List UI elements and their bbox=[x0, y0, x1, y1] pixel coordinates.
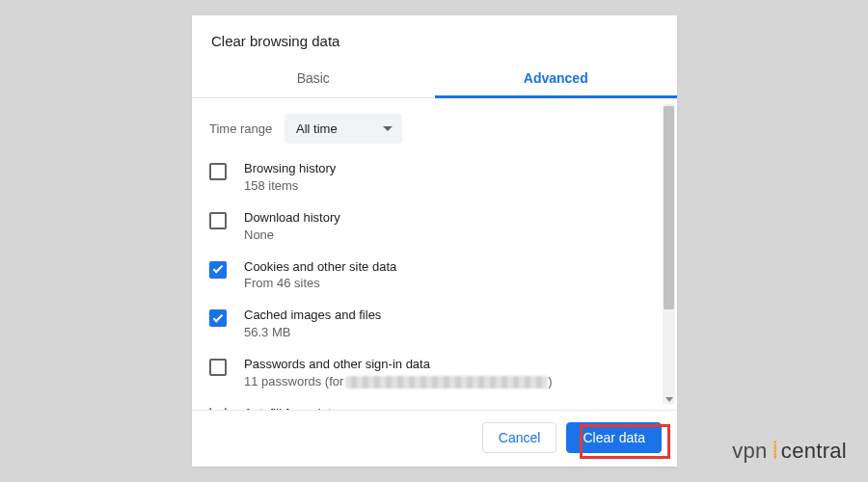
watermark-central: central bbox=[781, 439, 847, 464]
checkmark-icon bbox=[213, 263, 224, 274]
dialog-buttons: Cancel Clear data bbox=[192, 411, 677, 467]
checkmark-icon bbox=[213, 312, 224, 323]
option-title: Download history bbox=[244, 210, 340, 227]
option-cookies[interactable]: Cookies and other site data From 46 site… bbox=[209, 259, 654, 293]
tabs: Basic Advanced bbox=[192, 61, 677, 98]
option-autofill[interactable]: Autofill form data bbox=[209, 406, 654, 411]
option-download-history[interactable]: Download history None bbox=[209, 210, 654, 244]
options-scroll-area: Time range All time Browsing history 158… bbox=[192, 98, 677, 411]
option-subtitle: 56.3 MB bbox=[244, 325, 381, 341]
option-subtitle: 11 passwords (for ) bbox=[244, 374, 553, 390]
redacted-text bbox=[345, 376, 548, 388]
clear-data-button[interactable]: Clear data bbox=[566, 422, 662, 453]
option-cached-images[interactable]: Cached images and files 56.3 MB bbox=[209, 308, 654, 341]
watermark-logo: vpn ⸽ central bbox=[732, 438, 847, 465]
tab-advanced[interactable]: Advanced bbox=[435, 61, 678, 98]
checkbox-cookies[interactable] bbox=[209, 261, 227, 279]
time-range-select[interactable]: All time bbox=[285, 114, 402, 144]
option-title: Passwords and other sign-in data bbox=[244, 357, 553, 373]
passwords-sub-suffix: ) bbox=[548, 374, 552, 390]
cancel-button[interactable]: Cancel bbox=[482, 422, 557, 453]
option-text: Download history None bbox=[244, 210, 340, 244]
options-list: Time range All time Browsing history 158… bbox=[192, 98, 662, 411]
option-title: Browsing history bbox=[244, 161, 336, 177]
clear-browsing-data-dialog: Clear browsing data Basic Advanced Time … bbox=[192, 15, 677, 467]
watermark-divider-icon: ⸽ bbox=[768, 437, 781, 464]
dialog-title: Clear browsing data bbox=[192, 15, 677, 61]
time-range-value: All time bbox=[296, 121, 338, 136]
scrollbar-thumb[interactable] bbox=[664, 106, 674, 309]
option-text: Passwords and other sign-in data 11 pass… bbox=[244, 357, 553, 390]
checkbox-cached-images[interactable] bbox=[209, 309, 227, 327]
checkbox-passwords[interactable] bbox=[209, 359, 227, 376]
scrollbar-down-icon[interactable] bbox=[665, 397, 673, 402]
chevron-down-icon bbox=[383, 126, 393, 131]
checkbox-download-history[interactable] bbox=[209, 212, 227, 229]
option-text: Cookies and other site data From 46 site… bbox=[244, 259, 396, 293]
option-subtitle: None bbox=[244, 228, 340, 244]
option-title: Autofill form data bbox=[244, 406, 339, 411]
option-browsing-history[interactable]: Browsing history 158 items bbox=[209, 161, 654, 195]
tab-basic[interactable]: Basic bbox=[192, 61, 435, 98]
passwords-sub-prefix: 11 passwords (for bbox=[244, 374, 343, 390]
time-range-label: Time range bbox=[209, 121, 285, 136]
option-text: Cached images and files 56.3 MB bbox=[244, 308, 381, 341]
watermark-vpn: vpn bbox=[732, 439, 767, 464]
option-subtitle: 158 items bbox=[244, 178, 336, 195]
option-text: Browsing history 158 items bbox=[244, 161, 336, 195]
option-subtitle: From 46 sites bbox=[244, 276, 396, 292]
checkbox-autofill[interactable] bbox=[209, 408, 227, 411]
option-passwords[interactable]: Passwords and other sign-in data 11 pass… bbox=[209, 357, 654, 390]
checkbox-browsing-history[interactable] bbox=[209, 163, 227, 180]
time-range-row: Time range All time bbox=[209, 114, 654, 144]
option-text: Autofill form data bbox=[244, 406, 339, 411]
option-title: Cookies and other site data bbox=[244, 259, 396, 276]
scrollbar[interactable] bbox=[663, 104, 675, 404]
option-title: Cached images and files bbox=[244, 308, 381, 324]
